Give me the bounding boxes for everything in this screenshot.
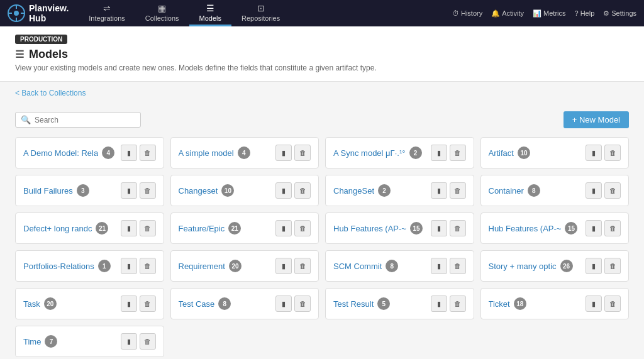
model-edit-btn-container[interactable]: ▮ — [586, 182, 602, 199]
search-input[interactable] — [35, 116, 135, 124]
model-count-scm-commit: 8 — [386, 260, 398, 272]
model-edit-btn-hub-features-ap1[interactable]: ▮ — [431, 220, 447, 236]
model-edit-btn-ticket[interactable]: ▮ — [586, 295, 602, 312]
model-delete-btn-feature-epic[interactable]: 🗑 — [294, 220, 311, 236]
search-box[interactable]: 🔍 — [15, 112, 141, 128]
model-name-a-simple-model[interactable]: A simple model — [179, 148, 234, 158]
model-card-container: Container 8 ▮ 🗑 — [480, 175, 630, 206]
integrations-nav-icon: ⇌ — [103, 3, 111, 13]
model-delete-btn-scm-commit[interactable]: 🗑 — [450, 258, 466, 274]
model-delete-btn-hub-features-ap1[interactable]: 🗑 — [450, 220, 466, 236]
model-delete-btn-changeset[interactable]: 🗑 — [294, 182, 311, 199]
model-card-portfolios-relations: Portfolios-Relations 1 ▮ 🗑 — [15, 250, 164, 282]
model-name-test-result[interactable]: Test Result — [333, 299, 374, 309]
model-edit-btn-feature-epic[interactable]: ▮ — [275, 220, 292, 236]
page-title: ☰ Models — [15, 48, 629, 61]
model-edit-btn-hub-features-ap2[interactable]: ▮ — [586, 220, 602, 236]
model-name-a-demo-model[interactable]: A Demo Model: Rela — [23, 148, 98, 158]
model-card-left-test-result: Test Result 5 — [333, 297, 426, 310]
model-actions-a-demo-model: ▮ 🗑 — [121, 145, 156, 161]
back-link[interactable]: < Back to Collections — [15, 89, 86, 97]
model-card-left-hub-features-ap2: Hub Features (AP-~ 15 — [489, 222, 581, 235]
model-delete-btn-artifact[interactable]: 🗑 — [604, 145, 621, 161]
model-count-container: 8 — [528, 184, 540, 197]
model-edit-btn-task[interactable]: ▮ — [121, 295, 137, 312]
model-delete-btn-portfolios-relations[interactable]: 🗑 — [140, 258, 156, 274]
model-edit-btn-a-demo-model[interactable]: ▮ — [121, 145, 137, 161]
model-edit-btn-artifact[interactable]: ▮ — [586, 145, 602, 161]
model-delete-btn-requirement[interactable]: 🗑 — [294, 258, 311, 274]
model-delete-btn-a-demo-model[interactable]: 🗑 — [140, 145, 156, 161]
model-name-hub-features-ap2[interactable]: Hub Features (AP-~ — [489, 224, 562, 233]
nav-item-repositories[interactable]: ⊡Repositories — [231, 0, 290, 26]
model-card-left-a-sync-model: A Sync model μΓ·.¹° 2 — [333, 146, 426, 159]
model-edit-btn-story-many-optic[interactable]: ▮ — [586, 258, 602, 274]
model-name-ticket[interactable]: Ticket — [489, 299, 510, 309]
model-name-time[interactable]: Time — [23, 337, 41, 346]
model-edit-btn-changeset2[interactable]: ▮ — [431, 182, 447, 199]
nav-item-models[interactable]: ☰Models — [189, 0, 231, 26]
model-name-task[interactable]: Task — [23, 299, 40, 309]
model-delete-btn-hub-features-ap2[interactable]: 🗑 — [604, 220, 621, 236]
model-delete-btn-test-result[interactable]: 🗑 — [450, 295, 466, 312]
model-name-requirement[interactable]: Requirement — [179, 262, 225, 271]
model-edit-btn-test-case[interactable]: ▮ — [275, 295, 292, 312]
model-name-story-many-optic[interactable]: Story + many optic — [489, 262, 557, 271]
model-delete-btn-a-sync-model[interactable]: 🗑 — [450, 145, 466, 161]
model-delete-btn-task[interactable]: 🗑 — [140, 295, 156, 312]
nav-item-collections[interactable]: ▦Collections — [135, 0, 189, 26]
model-delete-btn-story-many-optic[interactable]: 🗑 — [604, 258, 621, 274]
model-edit-btn-build-failures[interactable]: ▮ — [121, 182, 137, 199]
history-right-icon: ⏱ — [452, 9, 459, 17]
nav-logo[interactable]: Planview.Hub — [8, 3, 69, 23]
nav-right-settings[interactable]: ⚙Settings — [603, 9, 636, 18]
nav-right-help[interactable]: ?Help — [575, 9, 595, 17]
model-delete-btn-ticket[interactable]: 🗑 — [604, 295, 621, 312]
model-name-artifact[interactable]: Artifact — [489, 148, 514, 158]
model-delete-btn-defect-long[interactable]: 🗑 — [140, 220, 156, 236]
nav-item-label-collections: Collections — [145, 14, 179, 22]
model-delete-btn-test-case[interactable]: 🗑 — [294, 295, 311, 312]
model-actions-defect-long: ▮ 🗑 — [121, 220, 156, 236]
model-count-feature-epic: 21 — [228, 222, 241, 235]
model-name-a-sync-model[interactable]: A Sync model μΓ·.¹° — [333, 148, 406, 158]
model-edit-btn-time[interactable]: ▮ — [121, 333, 137, 350]
model-delete-btn-container[interactable]: 🗑 — [604, 182, 621, 199]
model-actions-hub-features-ap1: ▮ 🗑 — [431, 220, 466, 236]
model-delete-btn-a-simple-model[interactable]: 🗑 — [294, 145, 311, 161]
model-name-changeset[interactable]: Changeset — [179, 186, 218, 196]
nav-right-metrics[interactable]: 📊Metrics — [533, 9, 565, 18]
model-edit-btn-a-sync-model[interactable]: ▮ — [431, 145, 447, 161]
model-actions-portfolios-relations: ▮ 🗑 — [121, 258, 156, 274]
model-name-hub-features-ap1[interactable]: Hub Features (AP-~ — [333, 224, 406, 233]
model-name-portfolios-relations[interactable]: Portfolios-Relations — [23, 262, 94, 271]
model-edit-btn-test-result[interactable]: ▮ — [431, 295, 447, 312]
model-edit-btn-requirement[interactable]: ▮ — [275, 258, 292, 274]
model-name-scm-commit[interactable]: SCM Commit — [333, 262, 382, 271]
model-actions-ticket: ▮ 🗑 — [586, 295, 621, 312]
model-name-build-failures[interactable]: Build Failures — [23, 186, 73, 196]
model-delete-btn-changeset2[interactable]: 🗑 — [450, 182, 466, 199]
model-edit-btn-portfolios-relations[interactable]: ▮ — [121, 258, 137, 274]
model-card-left-scm-commit: SCM Commit 8 — [333, 260, 426, 272]
model-name-feature-epic[interactable]: Feature/Epic — [179, 224, 225, 233]
model-edit-btn-changeset[interactable]: ▮ — [275, 182, 292, 199]
nav-right-history[interactable]: ⏱History — [452, 9, 482, 17]
model-card-feature-epic: Feature/Epic 21 ▮ 🗑 — [170, 213, 319, 244]
nav-item-integrations[interactable]: ⇌Integrations — [79, 0, 135, 26]
model-delete-btn-build-failures[interactable]: 🗑 — [140, 182, 156, 199]
nav-bar: Planview.Hub ⇌Integrations▦Collections☰M… — [0, 0, 644, 26]
model-name-test-case[interactable]: Test Case — [179, 299, 215, 309]
model-name-changeset2[interactable]: ChangeSet — [333, 186, 374, 196]
model-edit-btn-a-simple-model[interactable]: ▮ — [275, 145, 292, 161]
model-edit-btn-scm-commit[interactable]: ▮ — [431, 258, 447, 274]
new-model-button[interactable]: + New Model — [564, 111, 629, 128]
model-count-task: 20 — [44, 297, 57, 310]
model-name-defect-long[interactable]: Defect+ long randc — [23, 224, 92, 233]
model-count-ticket: 18 — [514, 297, 526, 310]
model-delete-btn-time[interactable]: 🗑 — [140, 333, 156, 350]
model-count-requirement: 20 — [229, 260, 242, 272]
nav-right-activity[interactable]: 🔔Activity — [491, 9, 524, 18]
model-name-container[interactable]: Container — [489, 186, 524, 196]
model-edit-btn-defect-long[interactable]: ▮ — [121, 220, 137, 236]
